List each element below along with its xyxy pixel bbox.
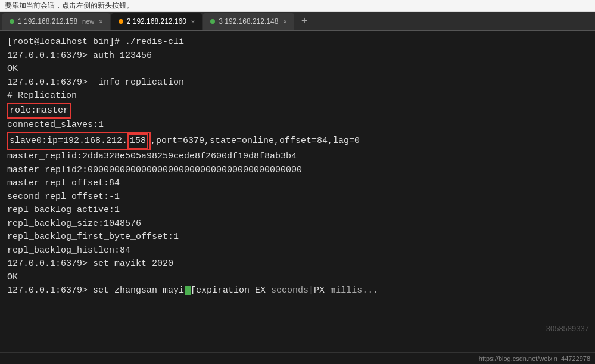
cursor <box>185 286 191 295</box>
terminal-line-ok2: OK <box>7 271 588 285</box>
terminal-line-slave0: slave0:ip=192.168.212.158,port=6379,stat… <box>7 132 588 151</box>
tab-1-dot <box>10 19 14 24</box>
terminal-area[interactable]: [root@localhost bin]# ./redis-cli 127.0.… <box>0 31 595 352</box>
watermark: 3058589337 <box>546 323 589 335</box>
terminal-line-repl-offset: master_repl_offset:84 <box>7 177 588 191</box>
notification-bar: 要添加当前会话，点击左侧的新头按钮。 <box>0 0 595 12</box>
terminal-line-2: 127.0.0.1:6379> auth 123456 <box>7 49 588 63</box>
terminal-line-3: OK <box>7 63 588 76</box>
terminal-line-backlog-histlen: repl_backlog_histlen:84 <box>7 244 588 258</box>
terminal-line-1: [root@localhost bin]# ./redis-cli <box>7 36 588 49</box>
tab-2-dot <box>119 19 123 24</box>
slave0-box: slave0:ip=192.168.212.158 <box>7 132 151 151</box>
tab-2-close[interactable]: × <box>191 18 195 25</box>
status-bar: https://blog.csdn.net/weixin_44722978 <box>0 352 595 364</box>
terminal-line-backlog-active: repl_backlog_active:1 <box>7 204 588 217</box>
terminal-line-set-zhangsan: 127.0.0.1:6379> set zhangsan mayi[expira… <box>7 284 588 298</box>
terminal-line-role: role:master <box>7 103 588 119</box>
notification-text: 要添加当前会话，点击左侧的新头按钮。 <box>5 1 133 11</box>
tab-1-label: 1 192.168.212.158 <box>18 17 77 26</box>
tab-bar: 1 192.168.212.158 new × 2 192.168.212.16… <box>0 12 595 31</box>
tab-1-badge: new <box>82 18 94 25</box>
terminal-line-slaves: connected_slaves:1 <box>7 119 588 132</box>
terminal-line-backlog-first: repl_backlog_first_byte_offset:1 <box>7 231 588 244</box>
tab-3-dot <box>210 19 215 24</box>
tab-3-close[interactable]: × <box>283 18 286 25</box>
terminal-line-second-offset: second_repl_offset:-1 <box>7 191 588 204</box>
terminal-line-4: 127.0.0.1:6379> info replication <box>7 76 588 90</box>
terminal-line-replid: master_replid:2dda328e505a98259cede8f260… <box>7 150 588 164</box>
terminal-line-replid2: master_replid2:0000000000000000000000000… <box>7 164 588 178</box>
tab-2[interactable]: 2 192.168.212.160 × <box>111 13 203 30</box>
slave0-ip-last-box: 158 <box>127 133 148 150</box>
tab-1-close[interactable]: × <box>99 18 102 25</box>
terminal-line-backlog-size: repl_backlog_size:1048576 <box>7 217 588 231</box>
tab-3[interactable]: 3 192.168.212.148 × <box>203 13 294 30</box>
add-tab-button[interactable]: + <box>295 13 314 30</box>
terminal-line-set-mayikt: 127.0.0.1:6379> set mayikt 2020 <box>7 257 588 271</box>
status-url: https://blog.csdn.net/weixin_44722978 <box>479 355 590 362</box>
terminal-line-5: # Replication <box>7 89 588 103</box>
tab-2-label: 2 192.168.212.160 <box>127 17 186 26</box>
tab-1[interactable]: 1 192.168.212.158 new × <box>2 13 110 30</box>
role-box: role:master <box>7 103 71 119</box>
tab-3-label: 3 192.168.212.148 <box>219 17 278 26</box>
